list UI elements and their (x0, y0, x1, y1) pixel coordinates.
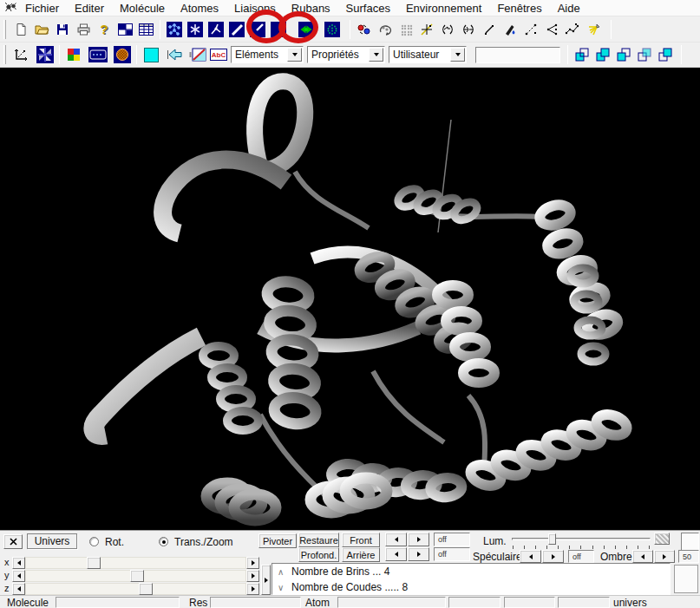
menu-molecule[interactable]: Molécule (112, 1, 173, 16)
texture-toggle-button[interactable] (654, 533, 670, 545)
menu-fichier[interactable]: Fichier (17, 1, 67, 16)
rotation-radio-label[interactable]: Rot. (105, 536, 124, 548)
trans-zoom-radio-label[interactable]: Trans./Zoom (174, 536, 233, 548)
layer-order-2-button[interactable] (592, 44, 613, 65)
layer-order-1-button[interactable] (572, 44, 592, 65)
rotation-radio[interactable] (89, 537, 99, 546)
trans-zoom-radio[interactable] (159, 537, 168, 546)
y-scroll-right[interactable] (246, 570, 259, 582)
save-file-button[interactable] (52, 19, 73, 40)
rotate-fragment-tool-button[interactable] (375, 19, 396, 40)
z-scroll-track[interactable] (25, 583, 246, 595)
user-combobox[interactable]: Utilisateur (389, 46, 467, 63)
chevron-down-icon[interactable]: ∨ (278, 583, 291, 592)
angle-out-tool-button[interactable] (458, 19, 479, 40)
paste-arrow-button[interactable] (165, 44, 186, 65)
display-wireframe-button[interactable] (164, 19, 185, 40)
light-slider-thumb[interactable] (548, 533, 556, 545)
menu-fenetres[interactable]: Fenêtres (489, 1, 549, 16)
x-scroll-thumb[interactable] (87, 557, 101, 569)
specular-decrement[interactable] (520, 550, 541, 563)
toolbar-grip[interactable] (3, 45, 6, 64)
menu-liaisons[interactable]: Liaisons (226, 1, 284, 16)
back-clip-button[interactable]: Arrière (342, 547, 380, 562)
menu-editer[interactable]: Editer (67, 1, 112, 16)
display-none-button[interactable] (268, 19, 289, 40)
y-scroll-thumb[interactable] (130, 570, 144, 582)
layer-order-5-button[interactable] (655, 44, 676, 65)
abc-text-button[interactable]: AbC (208, 44, 229, 65)
mosaic-button[interactable] (35, 44, 56, 65)
combobox-dropdown-button[interactable] (287, 48, 302, 62)
no-image-button[interactable] (187, 44, 208, 65)
lighting-tool-button[interactable] (583, 19, 604, 40)
depth-cue-tool-button[interactable] (500, 19, 520, 40)
command-input[interactable] (475, 47, 560, 63)
x-scroll-track[interactable] (25, 557, 246, 569)
menu-rubans[interactable]: Rubans (284, 1, 338, 16)
measure-distance-button[interactable] (520, 19, 541, 40)
x-scroll-left[interactable] (12, 557, 25, 569)
tile-windows-button[interactable] (114, 19, 135, 40)
restore-button[interactable]: Restaure (298, 533, 339, 547)
toolbar-grip[interactable] (3, 20, 6, 39)
menu-environnement[interactable]: Environnement (398, 1, 489, 16)
x-scroll-right[interactable] (246, 557, 259, 569)
group-atoms-tool-button[interactable] (396, 19, 416, 40)
combobox-dropdown-button[interactable] (369, 48, 383, 62)
z-scroll-right[interactable] (246, 583, 259, 595)
new-file-button[interactable] (10, 19, 31, 40)
display-ribbons-button[interactable] (296, 19, 317, 40)
z-scroll-left[interactable] (12, 583, 25, 595)
palette-button[interactable] (63, 44, 84, 65)
shadow-decrement[interactable] (632, 550, 653, 563)
close-panel-button[interactable] (3, 534, 23, 549)
combobox-dropdown-button[interactable] (450, 48, 465, 62)
display-thick-line-button[interactable] (226, 19, 247, 40)
back-clip-decrement[interactable] (385, 547, 407, 561)
display-ballstick-button[interactable] (206, 19, 226, 40)
textured-sphere-button[interactable] (112, 44, 133, 65)
menu-aide[interactable]: Aide (550, 1, 588, 16)
properties-combobox[interactable]: Propriétés (307, 46, 385, 63)
atom-pair-tool-button[interactable] (354, 19, 375, 40)
shadow-increment[interactable] (654, 550, 675, 563)
front-clip-increment[interactable] (408, 533, 429, 546)
menu-surfaces[interactable]: Surfaces (338, 1, 398, 16)
display-thin-line-button[interactable] (247, 19, 268, 40)
pivot-button[interactable]: Pivoter (258, 533, 297, 548)
chevron-up-icon[interactable]: ∧ (278, 567, 291, 577)
back-clip-increment[interactable] (408, 547, 429, 561)
data-table-button[interactable] (135, 19, 156, 40)
angle-in-tool-button[interactable] (437, 19, 458, 40)
measure-angle-button[interactable] (541, 19, 562, 40)
axis-build-tool-button[interactable] (416, 19, 437, 40)
right-arrow-icon (663, 554, 666, 559)
elements-combobox[interactable]: Eléments (231, 46, 304, 63)
inspector-row-coudes[interactable]: ∨ Nombre de Coudes ..... 8 (272, 579, 670, 595)
front-clip-button[interactable]: Front (342, 533, 380, 547)
light-slider[interactable] (512, 533, 651, 548)
display-dot-surface-button[interactable] (322, 19, 343, 40)
label-button[interactable] (88, 44, 108, 65)
measure-torsion-button[interactable] (562, 19, 583, 40)
specular-increment[interactable] (542, 550, 564, 563)
front-clip-decrement[interactable] (385, 533, 407, 546)
bond-length-tool-button[interactable] (479, 19, 500, 40)
background-color-button[interactable] (141, 44, 161, 65)
print-button[interactable] (73, 19, 94, 40)
axes-button[interactable] (10, 44, 31, 65)
z-scroll-thumb[interactable] (139, 583, 153, 595)
display-sticks-button[interactable] (185, 19, 206, 40)
help-button[interactable]: ? (94, 19, 114, 40)
molecule-viewport[interactable] (0, 68, 700, 530)
status-field-2 (448, 597, 500, 608)
depth-button[interactable]: Profond. (298, 547, 339, 562)
inspector-row-brins[interactable]: ∧ Nombre de Brins ... 4 (272, 564, 670, 579)
menu-atomes[interactable]: Atomes (173, 1, 226, 16)
layer-order-4-button[interactable] (634, 44, 655, 65)
open-file-button[interactable] (31, 19, 52, 40)
layer-order-3-button[interactable] (613, 44, 634, 65)
y-scroll-left[interactable] (12, 570, 25, 582)
expand-inspector-button[interactable] (261, 565, 271, 595)
